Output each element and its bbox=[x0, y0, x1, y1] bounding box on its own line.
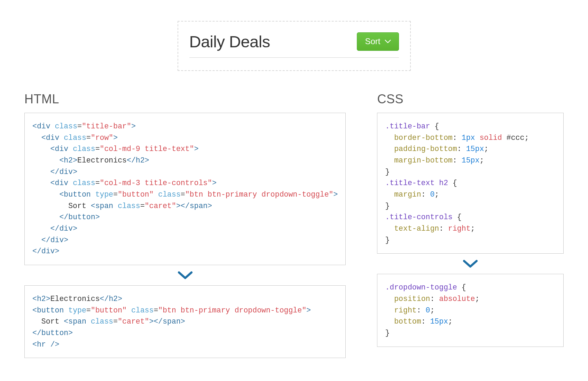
css-column: CSS .title-bar { border-bottom: 1px soli… bbox=[377, 92, 564, 358]
chevron-down-icon bbox=[385, 39, 391, 43]
preview-wrapper: Daily Deals Sort bbox=[24, 21, 564, 71]
arrow-down-icon bbox=[24, 265, 346, 285]
sort-button-label: Sort bbox=[365, 37, 380, 46]
page-title: Daily Deals bbox=[189, 32, 270, 51]
arrow-down-icon bbox=[377, 254, 564, 274]
sort-button[interactable]: Sort bbox=[357, 32, 399, 51]
css-heading: CSS bbox=[377, 92, 564, 106]
page: Daily Deals Sort HTML <div class="title-… bbox=[0, 0, 588, 381]
code-columns: HTML <div class="title-bar"> <div class=… bbox=[24, 92, 564, 358]
html-code-before: <div class="title-bar"> <div class="row"… bbox=[24, 113, 346, 265]
css-code-after: .dropdown-toggle { position: absolute; r… bbox=[377, 274, 564, 347]
html-code-after: <h2>Electronics</h2> <button type="butto… bbox=[24, 285, 346, 358]
preview-card: Daily Deals Sort bbox=[178, 21, 411, 71]
html-heading: HTML bbox=[24, 92, 346, 106]
css-code-before: .title-bar { border-bottom: 1px solid #c… bbox=[377, 113, 564, 254]
title-bar: Daily Deals Sort bbox=[189, 32, 399, 58]
html-column: HTML <div class="title-bar"> <div class=… bbox=[24, 92, 346, 358]
